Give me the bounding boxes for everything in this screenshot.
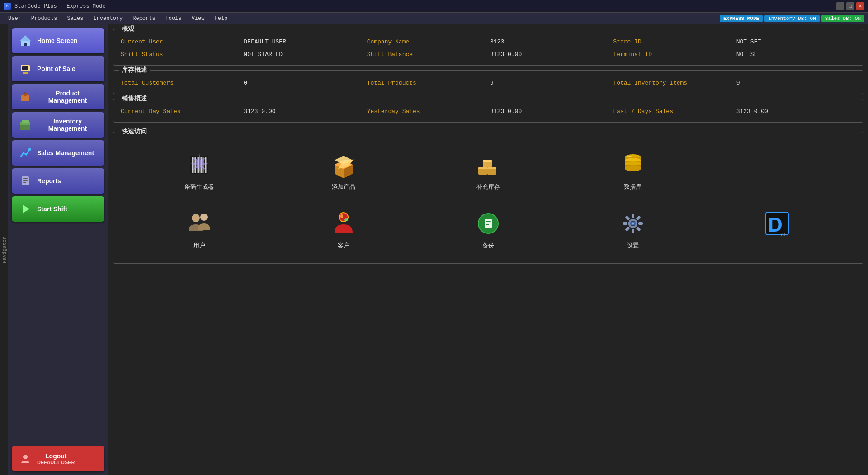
svg-point-12 (28, 148, 31, 151)
overview-panel: 概观 Current User DEFAULT USER Company Nam… (113, 29, 863, 66)
app-title: StarCode Plus - Express Mode (14, 3, 106, 10)
backup-label: 备份 (482, 242, 494, 250)
svg-rect-4 (23, 72, 28, 74)
menu-help[interactable]: Help (210, 14, 232, 23)
inventory-overview-content: Total Customers 0 Total Products 9 Total… (113, 71, 863, 94)
store-id-label: Store ID (613, 38, 732, 45)
logout-icon (18, 451, 33, 466)
inventory-db-badge: Inventory DB: ON (764, 15, 820, 22)
overview-title: 概观 (119, 25, 137, 33)
svg-rect-68 (632, 229, 634, 233)
svg-rect-11 (22, 120, 29, 123)
inventory-management-label: Inventory Management (37, 118, 98, 132)
sales-overview-panel: 销售概述 Current Day Sales 3123 0.00 Yesterd… (113, 99, 863, 123)
quick-dlogo[interactable]: D AL (709, 204, 845, 254)
quick-database[interactable]: 数据库 (565, 146, 701, 195)
svg-point-50 (192, 214, 200, 222)
dlogo-icon: D AL (763, 209, 792, 238)
shift-balance-value: 3123 0.00 (490, 51, 609, 58)
sidebar: Home Screen Point of Sale Product Ma (8, 24, 108, 475)
quick-customers[interactable]: 客户 (276, 204, 412, 254)
menu-user[interactable]: User (4, 14, 26, 23)
sales-management-label: Sales Management (37, 149, 94, 157)
menu-products[interactable]: Products (27, 14, 62, 23)
pos-label: Point of Sale (37, 65, 75, 72)
add-product-label: 添加产品 (332, 183, 355, 191)
sales-overview-title: 销售概述 (119, 95, 150, 103)
express-mode-badge: EXPRESS MODE (720, 15, 763, 22)
svg-rect-65 (636, 215, 641, 220)
svg-rect-6 (21, 95, 29, 101)
svg-point-76 (633, 223, 634, 223)
product-icon (18, 90, 33, 104)
sidebar-item-reports[interactable]: Reports (12, 168, 104, 194)
svg-rect-66 (638, 222, 643, 225)
company-name-value: 3123 (490, 38, 609, 45)
menu-inventory[interactable]: Inventory (89, 14, 127, 23)
svg-rect-40 (487, 167, 496, 169)
users-label: 用户 (193, 242, 205, 250)
sidebar-item-start-shift[interactable]: Start Shift (12, 196, 104, 222)
svg-rect-16 (23, 182, 26, 183)
total-products-label: Total Products (367, 80, 486, 86)
menu-sales[interactable]: Sales (62, 14, 88, 23)
svg-rect-70 (623, 222, 627, 225)
main-layout: Navigator Home Screen Point of Sale (0, 24, 868, 475)
quick-add-product[interactable]: 添加产品 (276, 146, 412, 195)
svg-rect-9 (20, 125, 30, 130)
overview-row-2: Shift Status NOT STARTED Shift Balance 3… (121, 49, 856, 60)
sidebar-item-product-management[interactable]: Product Management (12, 84, 104, 109)
app-icon: S (4, 3, 11, 10)
svg-rect-60 (486, 224, 489, 225)
total-customers-label: Total Customers (121, 80, 240, 86)
svg-rect-69 (625, 226, 630, 231)
sidebar-item-point-of-sale[interactable]: Point of Sale (12, 56, 104, 81)
terminal-id-value: NOT SET (736, 51, 856, 58)
maximize-button[interactable]: □ (846, 2, 854, 10)
svg-point-48 (625, 165, 641, 171)
customers-label: 客户 (338, 242, 349, 250)
logout-label: Logout (37, 452, 75, 460)
svg-rect-67 (636, 226, 641, 231)
quick-access-title: 快速访问 (119, 128, 150, 136)
total-inventory-label: Total Inventory Items (613, 80, 732, 86)
total-products-value: 9 (490, 80, 609, 86)
svg-rect-59 (486, 223, 491, 223)
quick-backup[interactable]: 备份 (420, 204, 556, 254)
svg-point-55 (344, 218, 348, 221)
quick-settings[interactable]: 设置 (565, 204, 701, 254)
logout-button[interactable]: Logout DEFAULT USER (12, 446, 104, 471)
menu-view[interactable]: View (187, 14, 209, 23)
svg-point-18 (23, 455, 28, 459)
menu-reports[interactable]: Reports (128, 14, 160, 23)
sidebar-item-inventory-management[interactable]: Inventory Management (12, 112, 104, 138)
overview-row-1: Current User DEFAULT USER Company Name 3… (121, 37, 856, 47)
minimize-button[interactable]: − (836, 2, 844, 10)
svg-rect-41 (483, 160, 492, 162)
sidebar-item-sales-management[interactable]: Sales Management (12, 140, 104, 166)
svg-point-75 (632, 223, 634, 225)
restock-icon (474, 150, 503, 179)
shift-balance-label: Shift Balance (367, 51, 486, 58)
content-area: 概观 Current User DEFAULT USER Company Nam… (108, 24, 868, 475)
settings-label: 设置 (627, 242, 639, 250)
svg-rect-71 (625, 215, 630, 220)
settings-icon (618, 209, 647, 238)
current-day-sales-value: 3123 0.00 (244, 108, 363, 115)
close-button[interactable]: ✕ (856, 2, 864, 10)
title-bar-left: S StarCode Plus - Express Mode (4, 3, 106, 10)
customers-icon (329, 209, 358, 238)
quick-restock[interactable]: 补充库存 (420, 146, 556, 195)
barcode-icon (185, 150, 214, 179)
svg-point-49 (627, 156, 632, 157)
svg-rect-64 (632, 214, 634, 218)
company-name-label: Company Name (367, 38, 486, 45)
sidebar-item-home-screen[interactable]: Home Screen (12, 28, 104, 53)
quick-barcode-generator[interactable]: 条码生成器 (132, 146, 267, 195)
svg-marker-1 (20, 35, 31, 41)
quick-users[interactable]: 用户 (132, 204, 267, 254)
menu-tools[interactable]: Tools (161, 14, 186, 23)
svg-rect-58 (486, 221, 491, 222)
svg-point-54 (340, 214, 343, 218)
svg-text:AL: AL (781, 232, 787, 237)
